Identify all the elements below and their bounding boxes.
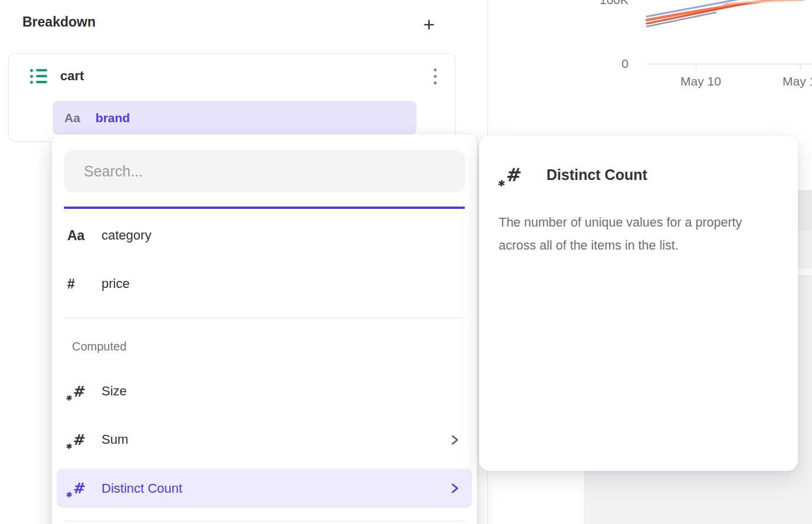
computed-item-label: Sum (102, 432, 128, 447)
breakdown-section-title: Breakdown (22, 14, 96, 30)
computed-item-label: Size (102, 384, 127, 399)
x-axis-label-may10: May 10 (680, 74, 721, 89)
dropdown-accent-divider (64, 207, 465, 209)
text-type-icon: Aa (64, 111, 80, 125)
selected-property-name: brand (96, 111, 130, 125)
number-type-icon: # (67, 276, 102, 292)
chevron-right-icon (450, 483, 459, 494)
chart-series-lines (488, 0, 812, 35)
property-info-tooltip: #✱ Distinct Count The number of unique v… (479, 136, 798, 471)
add-breakdown-button[interactable]: + (417, 12, 441, 37)
selected-property-chip[interactable]: Aa brand (53, 101, 417, 135)
computed-number-icon: #✱ (67, 383, 102, 400)
divider (64, 521, 465, 522)
y-axis-tick-100k: 100K (600, 0, 628, 7)
computed-item-size[interactable]: #✱ Size (57, 367, 472, 415)
line-chart: 100K 0 May 10 May 1 (488, 0, 812, 94)
property-item-label: price (102, 276, 130, 292)
chevron-right-icon (450, 434, 459, 446)
tooltip-description: The number of unique values for a proper… (499, 211, 781, 257)
computed-number-icon: #✱ (506, 164, 522, 186)
x-axis-tick (800, 64, 801, 69)
list-icon (30, 69, 47, 84)
computed-item-distinct-count[interactable]: #✱ Distinct Count (57, 469, 472, 508)
property-item-category[interactable]: Aa category (57, 211, 472, 260)
property-dropdown: Aa category # price Computed #✱ Size #✱ … (52, 135, 477, 524)
tooltip-title: Distinct Count (546, 166, 647, 184)
computed-item-sum[interactable]: #✱ Sum (57, 415, 472, 464)
search-input[interactable] (64, 150, 465, 192)
x-axis-label-may1: May 1 (782, 74, 812, 89)
x-axis-tick (696, 64, 696, 69)
breakdown-list-row[interactable]: cart (30, 64, 84, 88)
computed-number-icon: #✱ (67, 480, 102, 497)
breakdown-card: cart Aa brand (8, 53, 456, 142)
computed-section-label: Computed (72, 340, 126, 353)
divider (64, 317, 465, 318)
computed-number-icon: #✱ (67, 431, 102, 448)
y-axis-tick-0: 0 (621, 57, 628, 71)
text-type-icon: Aa (67, 228, 102, 244)
list-name: cart (60, 68, 84, 84)
more-options-button[interactable] (428, 63, 442, 89)
property-item-price[interactable]: # price (57, 260, 472, 308)
computed-item-label: Distinct Count (102, 481, 182, 496)
property-item-label: category (102, 228, 151, 243)
x-axis-line (647, 64, 812, 64)
